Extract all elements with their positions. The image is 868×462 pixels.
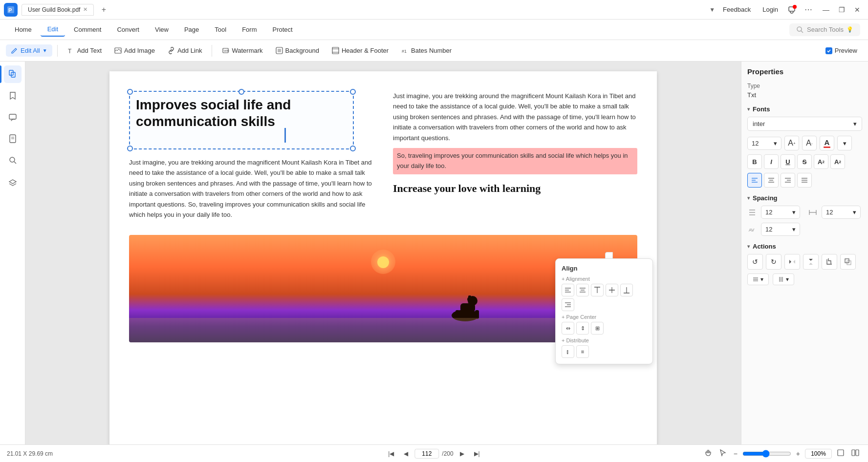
align-middle-icon[interactable] <box>606 284 618 296</box>
distribute-h-icon[interactable]: ⫿ <box>562 345 574 358</box>
notification-icon[interactable] <box>786 4 798 16</box>
align-center-text-button[interactable] <box>764 173 779 188</box>
font-size-select[interactable]: 12 ▾ <box>747 137 781 150</box>
flip-h-button[interactable] <box>784 254 800 270</box>
more-icon[interactable]: ⋯ <box>802 5 815 14</box>
page-center-v-icon[interactable]: ⇕ <box>576 322 589 335</box>
dropdown-icon[interactable]: ▼ <box>709 6 715 13</box>
menu-item-convert[interactable]: Convert <box>110 23 146 36</box>
menu-item-tool[interactable]: Tool <box>208 23 233 36</box>
font-color-button[interactable]: A <box>820 136 834 150</box>
bates-number-button[interactable]: #1 Bates Number <box>396 44 456 57</box>
char-spacing-select[interactable]: 12 ▾ <box>822 206 861 219</box>
menu-item-home[interactable]: Home <box>8 23 39 36</box>
line-spacing-select[interactable]: 12 ▾ <box>761 206 800 219</box>
feedback-button[interactable]: Feedback <box>719 4 755 15</box>
next-page-button[interactable]: ▶ <box>456 448 468 460</box>
handle-tm[interactable] <box>239 89 244 95</box>
word-spacing-select[interactable]: 12 ▾ <box>761 223 800 236</box>
handle-bl[interactable] <box>127 146 133 151</box>
align-center-icon[interactable] <box>576 284 589 296</box>
distribute-section[interactable]: + Distribute <box>562 337 647 343</box>
sidebar-item-attachment[interactable] <box>4 130 22 147</box>
new-tab-button[interactable]: + <box>98 4 109 16</box>
handle-br[interactable] <box>350 146 356 151</box>
distribute-v-icon[interactable]: ≡ <box>576 345 589 358</box>
menu-item-comment[interactable]: Comment <box>67 23 108 36</box>
edit-all-button[interactable]: Edit All ▼ <box>6 44 52 57</box>
pdf-heading[interactable]: Improves social life and communication s… <box>136 97 347 129</box>
restore-button[interactable]: ❐ <box>835 3 848 17</box>
flip-v-button[interactable] <box>803 254 819 270</box>
fonts-section-header[interactable]: ▾ Fonts <box>747 105 862 113</box>
menu-item-view[interactable]: View <box>148 23 175 36</box>
page-layout-button-2[interactable] <box>849 447 861 460</box>
page-center-section[interactable]: + Page Center <box>562 314 647 320</box>
menu-item-protect[interactable]: Protect <box>266 23 300 36</box>
handle-tl[interactable] <box>127 89 133 95</box>
alignment-section[interactable]: + Alignment <box>562 276 647 282</box>
hand-tool-button[interactable] <box>702 447 714 460</box>
first-page-button[interactable]: |◀ <box>385 448 397 460</box>
subscript-button[interactable]: A2 <box>830 154 845 169</box>
zoom-out-button[interactable]: + <box>794 448 802 460</box>
sidebar-item-layers[interactable] <box>4 173 22 190</box>
bold-button[interactable]: B <box>747 154 762 169</box>
crop-button[interactable] <box>822 254 837 270</box>
font-decrease-button[interactable]: A- <box>802 136 817 150</box>
align-bottom-icon[interactable] <box>620 284 633 296</box>
select-tool-button[interactable] <box>717 447 729 460</box>
underline-button[interactable]: U <box>781 154 795 169</box>
align-justify-text-button[interactable] <box>797 173 812 188</box>
zoom-in-button[interactable]: − <box>732 448 739 460</box>
prev-page-button[interactable]: ◀ <box>400 448 412 460</box>
toggle-distribute-button[interactable]: ▾ <box>773 273 794 285</box>
actions-section-header[interactable]: ▾ Actions <box>747 243 862 250</box>
add-text-button[interactable]: T Add Text <box>63 44 107 57</box>
background-button[interactable]: Background <box>271 44 324 57</box>
login-button[interactable]: Login <box>759 4 782 15</box>
last-page-button[interactable]: ▶| <box>471 448 483 460</box>
spacing-section-header[interactable]: ▾ Spacing <box>747 194 862 202</box>
current-page-input[interactable] <box>414 449 439 459</box>
zoom-percentage-input[interactable] <box>805 449 832 459</box>
page-layout-button-1[interactable] <box>835 447 846 460</box>
sidebar-item-bookmark[interactable] <box>4 87 22 105</box>
toggle-align-button[interactable]: ▾ <box>747 273 769 285</box>
resize-button[interactable] <box>840 254 856 270</box>
sidebar-item-comments[interactable] <box>4 108 22 126</box>
menu-item-form[interactable]: Form <box>235 23 263 36</box>
align-left-icon[interactable] <box>562 284 574 296</box>
menu-item-page[interactable]: Page <box>177 23 206 36</box>
watermark-button[interactable]: WM Watermark <box>217 44 267 57</box>
align-right-text-button[interactable] <box>781 173 795 188</box>
italic-button[interactable]: I <box>764 154 779 169</box>
font-increase-button[interactable]: A+ <box>784 136 799 150</box>
tab-close-icon[interactable]: ✕ <box>83 6 87 13</box>
preview-button[interactable]: Preview <box>821 44 862 57</box>
add-image-button[interactable]: Add Image <box>109 44 160 57</box>
rotate-right-button[interactable]: ↻ <box>766 254 781 270</box>
sidebar-item-pages[interactable] <box>4 65 22 83</box>
superscript-button[interactable]: A2 <box>814 154 828 169</box>
rotate-left-button[interactable]: ↺ <box>747 254 763 270</box>
minimize-button[interactable]: — <box>819 3 833 17</box>
search-tools[interactable]: Search Tools 💡 <box>789 23 860 36</box>
strikethrough-button[interactable]: S <box>797 154 812 169</box>
font-color-picker-icon[interactable]: ▾ <box>837 136 852 150</box>
sidebar-item-search[interactable] <box>4 151 22 169</box>
align-left-text-button[interactable] <box>747 173 762 188</box>
header-footer-button[interactable]: Header & Footer <box>327 44 393 57</box>
handle-tr[interactable] <box>350 89 356 95</box>
align-top-icon[interactable] <box>591 284 604 296</box>
app-tab[interactable]: User Guild Book.pdf ✕ <box>22 4 94 16</box>
align-right-icon[interactable] <box>562 298 574 311</box>
zoom-slider[interactable] <box>742 450 791 458</box>
close-button[interactable]: ✕ <box>850 3 864 17</box>
font-name-select[interactable]: inter ▾ <box>747 117 862 131</box>
text-selection-box[interactable]: Improves social life and communication s… <box>129 91 354 149</box>
menu-item-edit[interactable]: Edit <box>41 22 65 37</box>
page-center-both-icon[interactable]: ⊞ <box>591 322 604 335</box>
page-center-h-icon[interactable]: ⇔ <box>562 322 574 335</box>
add-link-button[interactable]: Add Link <box>163 44 207 57</box>
